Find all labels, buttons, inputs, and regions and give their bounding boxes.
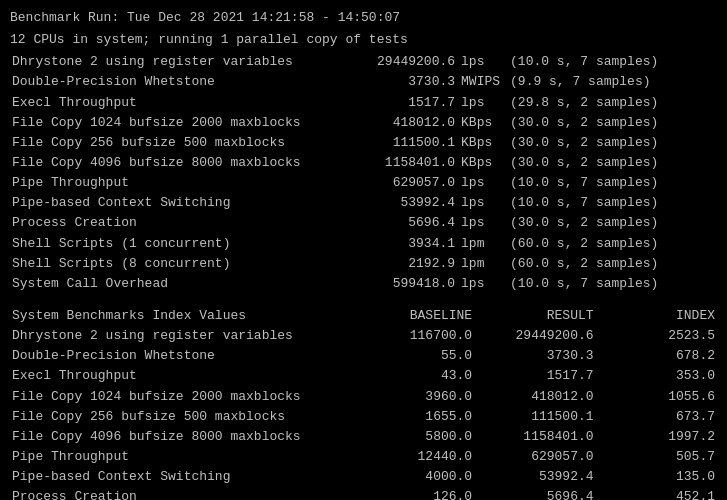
index-row: File Copy 1024 bufsize 2000 maxblocks 39…: [10, 387, 717, 407]
bench-unit: lpm: [457, 234, 502, 254]
index-index: 353.0: [596, 366, 717, 386]
bench-unit: lps: [457, 52, 502, 72]
index-label: File Copy 4096 bufsize 8000 maxblocks: [10, 427, 353, 447]
index-index: 1055.6: [596, 387, 717, 407]
bench-note: (30.0 s, 2 samples): [502, 133, 717, 153]
index-result: 53992.4: [474, 467, 595, 487]
bench-label: Pipe-based Context Switching: [10, 193, 372, 213]
index-baseline: 116700.0: [353, 326, 474, 346]
bench-label: Process Creation: [10, 213, 372, 233]
bench-label: Shell Scripts (1 concurrent): [10, 234, 372, 254]
index-header-baseline: BASELINE: [353, 306, 474, 326]
bench-unit: MWIPS: [457, 72, 502, 92]
index-result: 5696.4: [474, 487, 595, 500]
index-row: File Copy 256 bufsize 500 maxblocks 1655…: [10, 407, 717, 427]
index-label: Double-Precision Whetstone: [10, 346, 353, 366]
bench-note: (9.9 s, 7 samples): [502, 72, 717, 92]
index-baseline: 5800.0: [353, 427, 474, 447]
bench-value: 1517.7: [372, 93, 457, 113]
index-index: 2523.5: [596, 326, 717, 346]
index-result: 111500.1: [474, 407, 595, 427]
bench-label: System Call Overhead: [10, 274, 372, 294]
bench-label: File Copy 4096 bufsize 8000 maxblocks: [10, 153, 372, 173]
bench-value: 629057.0: [372, 173, 457, 193]
index-index: 678.2: [596, 346, 717, 366]
index-result: 629057.0: [474, 447, 595, 467]
bench-value: 418012.0: [372, 113, 457, 133]
index-result: 29449200.6: [474, 326, 595, 346]
bench-unit: lps: [457, 193, 502, 213]
bench-value: 599418.0: [372, 274, 457, 294]
bench-row: Double-Precision Whetstone 3730.3 MWIPS …: [10, 72, 717, 92]
bench-label: Execl Throughput: [10, 93, 372, 113]
index-label: Process Creation: [10, 487, 353, 500]
bench-value: 111500.1: [372, 133, 457, 153]
bench-row: Shell Scripts (8 concurrent) 2192.9 lpm …: [10, 254, 717, 274]
index-baseline: 55.0: [353, 346, 474, 366]
bench-unit: lps: [457, 93, 502, 113]
index-header-row: System Benchmarks Index Values BASELINE …: [10, 306, 717, 326]
index-label: Pipe Throughput: [10, 447, 353, 467]
index-baseline: 126.0: [353, 487, 474, 500]
bench-unit: lps: [457, 213, 502, 233]
index-label: Pipe-based Context Switching: [10, 467, 353, 487]
bench-row: File Copy 4096 bufsize 8000 maxblocks 11…: [10, 153, 717, 173]
index-baseline: 1655.0: [353, 407, 474, 427]
index-label: File Copy 256 bufsize 500 maxblocks: [10, 407, 353, 427]
bench-note: (60.0 s, 2 samples): [502, 234, 717, 254]
index-result: 1517.7: [474, 366, 595, 386]
index-row: Dhrystone 2 using register variables 116…: [10, 326, 717, 346]
bench-row: Pipe Throughput 629057.0 lps (10.0 s, 7 …: [10, 173, 717, 193]
bench-value: 3934.1: [372, 234, 457, 254]
index-index: 673.7: [596, 407, 717, 427]
index-table: System Benchmarks Index Values BASELINE …: [10, 306, 717, 500]
bench-note: (10.0 s, 7 samples): [502, 173, 717, 193]
bench-row: Process Creation 5696.4 lps (30.0 s, 2 s…: [10, 213, 717, 233]
index-baseline: 3960.0: [353, 387, 474, 407]
bench-unit: KBps: [457, 133, 502, 153]
bench-value: 5696.4: [372, 213, 457, 233]
bench-note: (10.0 s, 7 samples): [502, 193, 717, 213]
bench-note: (10.0 s, 7 samples): [502, 274, 717, 294]
index-baseline: 12440.0: [353, 447, 474, 467]
index-result: 1158401.0: [474, 427, 595, 447]
index-row: Pipe-based Context Switching 4000.0 5399…: [10, 467, 717, 487]
bench-label: File Copy 1024 bufsize 2000 maxblocks: [10, 113, 372, 133]
index-header-result: RESULT: [474, 306, 595, 326]
index-index: 135.0: [596, 467, 717, 487]
index-header-index: INDEX: [596, 306, 717, 326]
index-index: 452.1: [596, 487, 717, 500]
index-header-label: System Benchmarks Index Values: [10, 306, 353, 326]
bench-note: (29.8 s, 2 samples): [502, 93, 717, 113]
bench-row: Shell Scripts (1 concurrent) 3934.1 lpm …: [10, 234, 717, 254]
index-row: Pipe Throughput 12440.0 629057.0 505.7: [10, 447, 717, 467]
bench-note: (30.0 s, 2 samples): [502, 113, 717, 133]
index-baseline: 43.0: [353, 366, 474, 386]
bench-note: (30.0 s, 2 samples): [502, 153, 717, 173]
bench-label: Dhrystone 2 using register variables: [10, 52, 372, 72]
bench-value: 1158401.0: [372, 153, 457, 173]
bench-value: 29449200.6: [372, 52, 457, 72]
bench-row: System Call Overhead 599418.0 lps (10.0 …: [10, 274, 717, 294]
index-result: 418012.0: [474, 387, 595, 407]
bench-unit: KBps: [457, 113, 502, 133]
index-row: Execl Throughput 43.0 1517.7 353.0: [10, 366, 717, 386]
index-result: 3730.3: [474, 346, 595, 366]
bench-unit: lps: [457, 173, 502, 193]
index-label: File Copy 1024 bufsize 2000 maxblocks: [10, 387, 353, 407]
bench-row: Dhrystone 2 using register variables 294…: [10, 52, 717, 72]
bench-label: File Copy 256 bufsize 500 maxblocks: [10, 133, 372, 153]
header-line1: Benchmark Run: Tue Dec 28 2021 14:21:58 …: [10, 8, 717, 28]
bench-unit: KBps: [457, 153, 502, 173]
bench-value: 2192.9: [372, 254, 457, 274]
bench-row: Pipe-based Context Switching 53992.4 lps…: [10, 193, 717, 213]
bench-note: (30.0 s, 2 samples): [502, 213, 717, 233]
header-line2: 12 CPUs in system; running 1 parallel co…: [10, 30, 717, 50]
bench-note: (60.0 s, 2 samples): [502, 254, 717, 274]
bench-label: Shell Scripts (8 concurrent): [10, 254, 372, 274]
index-baseline: 4000.0: [353, 467, 474, 487]
bench-label: Pipe Throughput: [10, 173, 372, 193]
bench-value: 53992.4: [372, 193, 457, 213]
index-label: Execl Throughput: [10, 366, 353, 386]
bench-note: (10.0 s, 7 samples): [502, 52, 717, 72]
